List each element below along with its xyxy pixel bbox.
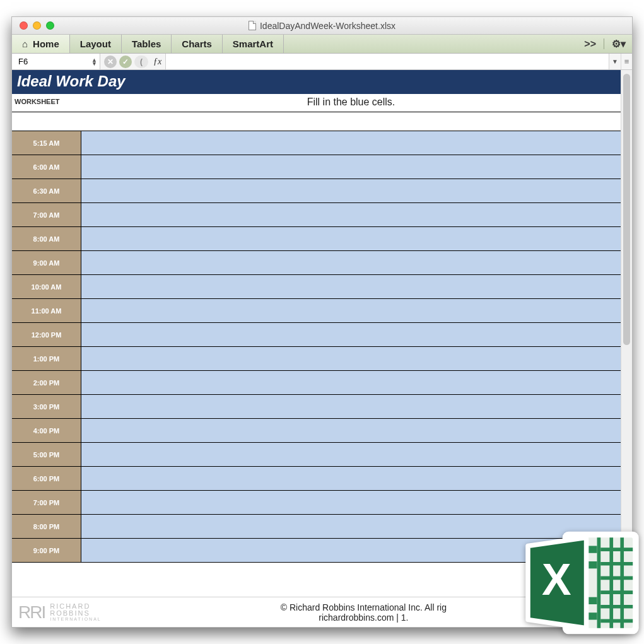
sheet-content[interactable]: Ideal Work Day WORKSHEET Fill in the blu…: [12, 70, 621, 597]
ribbon: ⌂ Home Layout Tables Charts SmartArt >> …: [12, 35, 632, 54]
titlebar: IdealDayAndWeek-Worksheet.xlsx: [12, 17, 632, 35]
time-label: 2:00 PM: [12, 371, 81, 394]
schedule-row: 7:00 PM: [12, 491, 621, 515]
schedule-cell[interactable]: [81, 275, 621, 298]
name-box[interactable]: F6 ▲▼: [12, 54, 100, 69]
tab-tables[interactable]: Tables: [122, 35, 172, 53]
time-label: 6:30 AM: [12, 179, 81, 202]
schedule-cell[interactable]: [81, 467, 621, 490]
schedule-cell[interactable]: [81, 491, 621, 514]
schedule-row: 9:00 AM: [12, 251, 621, 275]
formula-expand-icon[interactable]: ≡: [621, 54, 632, 69]
ribbon-spacer: [284, 35, 578, 53]
tab-tables-label: Tables: [132, 38, 161, 49]
scrollbar-thumb[interactable]: [623, 74, 630, 345]
ribbon-divider: [604, 38, 604, 49]
schedule-cell[interactable]: [81, 251, 621, 274]
schedule-cell[interactable]: [81, 347, 621, 370]
time-label: 11:00 AM: [12, 299, 81, 322]
cell-reference: F6: [18, 57, 28, 66]
schedule-cell[interactable]: [81, 395, 621, 418]
schedule-row: 1:00 PM: [12, 347, 621, 371]
schedule-cell[interactable]: [81, 131, 621, 155]
time-label: 4:00 PM: [12, 419, 81, 442]
tab-smartart[interactable]: SmartArt: [223, 35, 284, 53]
schedule-row: 6:30 AM: [12, 179, 621, 203]
zoom-button[interactable]: [46, 21, 54, 30]
ribbon-overflow-icon[interactable]: >>: [584, 38, 596, 50]
formula-buttons: ✕ ✓ ( ƒx: [100, 54, 165, 69]
schedule-row: 7:00 AM: [12, 203, 621, 227]
tab-charts[interactable]: Charts: [172, 35, 223, 53]
formula-input[interactable]: [165, 54, 609, 69]
formula-dropdown-icon[interactable]: ▼: [609, 54, 621, 69]
schedule-cell[interactable]: [81, 227, 621, 250]
document-icon: [249, 21, 256, 30]
tab-home-label: Home: [33, 38, 59, 49]
fx-icon[interactable]: ƒx: [151, 57, 161, 67]
time-label: 8:00 AM: [12, 227, 81, 250]
schedule-row: 6:00 AM: [12, 155, 621, 179]
time-label: 5:00 PM: [12, 443, 81, 466]
window-title: IdealDayAndWeek-Worksheet.xlsx: [12, 21, 632, 31]
schedule-cell[interactable]: [81, 419, 621, 442]
traffic-lights: [20, 21, 54, 30]
schedule-row: 5:00 PM: [12, 443, 621, 467]
tab-layout-label: Layout: [80, 38, 111, 49]
formula-bar: F6 ▲▼ ✕ ✓ ( ƒx ▼ ≡: [12, 54, 632, 70]
ribbon-right: >> ⚙︎▾: [578, 35, 632, 53]
schedule-row: 4:00 PM: [12, 419, 621, 443]
settings-icon[interactable]: ⚙︎▾: [612, 38, 626, 50]
schedule-row: 8:00 AM: [12, 227, 621, 251]
time-label: 9:00 AM: [12, 251, 81, 274]
logo-line2: ROBBINS: [50, 610, 102, 617]
window-title-text: IdealDayAndWeek-Worksheet.xlsx: [260, 21, 395, 31]
schedule-cell[interactable]: [81, 443, 621, 466]
time-label: 10:00 AM: [12, 275, 81, 298]
schedule-cell[interactable]: [81, 371, 621, 394]
schedule-cell[interactable]: [81, 203, 621, 226]
time-label: 1:00 PM: [12, 347, 81, 370]
minimize-button[interactable]: [33, 21, 41, 30]
time-label: 12:00 PM: [12, 323, 81, 346]
svg-text:X: X: [542, 555, 571, 604]
sheet-title: Ideal Work Day: [12, 70, 621, 94]
schedule-row: 5:15 AM: [12, 131, 621, 155]
schedule-row: 11:00 AM: [12, 299, 621, 323]
tab-charts-label: Charts: [182, 38, 212, 49]
schedule-row: 2:00 PM: [12, 371, 621, 395]
time-label: 6:00 AM: [12, 155, 81, 179]
schedule-row: 10:00 AM: [12, 275, 621, 299]
sheet-header-row: WORKSHEET Fill in the blue cells.: [12, 94, 621, 112]
cancel-formula-button[interactable]: ✕: [104, 56, 117, 68]
schedule-grid: 5:15 AM6:00 AM6:30 AM7:00 AM8:00 AM9:00 …: [12, 131, 621, 563]
close-button[interactable]: [20, 21, 28, 30]
tab-layout[interactable]: Layout: [70, 35, 122, 53]
tab-home[interactable]: ⌂ Home: [12, 35, 70, 53]
time-label: 3:00 PM: [12, 395, 81, 418]
excel-app-icon: X: [522, 529, 641, 636]
schedule-cell[interactable]: [81, 299, 621, 322]
schedule-cell[interactable]: [81, 179, 621, 202]
confirm-formula-button[interactable]: ✓: [119, 56, 132, 68]
spacer-row: [12, 112, 621, 131]
schedule-cell[interactable]: [81, 323, 621, 346]
sheet-area: Ideal Work Day WORKSHEET Fill in the blu…: [12, 70, 632, 597]
vertical-scrollbar[interactable]: [621, 70, 632, 597]
time-label: 5:15 AM: [12, 131, 81, 155]
logo-text: RICHARD ROBBINS INTERNATIONAL: [50, 603, 102, 621]
svg-rect-2: [597, 537, 601, 628]
worksheet-label: WORKSHEET: [12, 94, 81, 112]
namebox-stepper[interactable]: ▲▼: [91, 58, 97, 66]
logo-mark: RRI: [18, 602, 45, 623]
schedule-row: 3:00 PM: [12, 395, 621, 419]
schedule-row: 6:00 PM: [12, 467, 621, 491]
screenshot-root: IdealDayAndWeek-Worksheet.xlsx ⌂ Home La…: [0, 0, 644, 644]
schedule-row: 12:00 PM: [12, 323, 621, 347]
logo-line3: INTERNATIONAL: [50, 617, 102, 621]
schedule-cell[interactable]: [81, 155, 621, 179]
formula-builder-button[interactable]: (: [134, 56, 148, 68]
tab-smartart-label: SmartArt: [233, 38, 273, 49]
rri-logo: RRI RICHARD ROBBINS INTERNATIONAL: [18, 602, 102, 623]
time-label: 8:00 PM: [12, 515, 81, 538]
